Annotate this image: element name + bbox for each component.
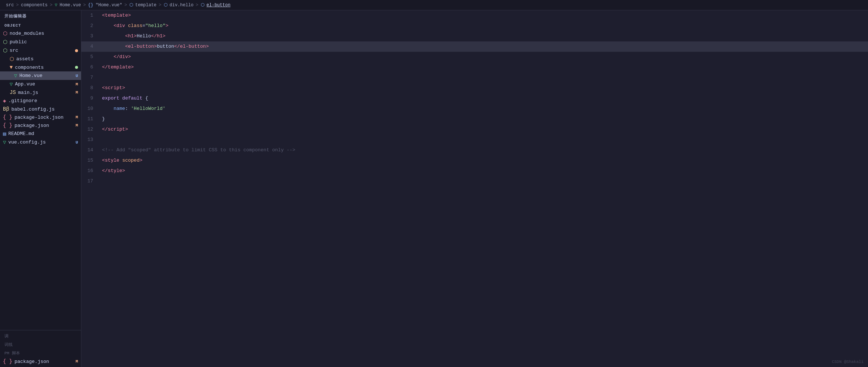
breadcrumb-el-button[interactable]: el-button	[207, 3, 231, 8]
sidebar-item-babelconfig[interactable]: Bβ babel.config.js	[0, 105, 81, 113]
line-num-12: 12	[81, 124, 99, 135]
assets-icon: ⬡	[10, 56, 14, 62]
line-num-13: 13	[81, 135, 99, 145]
sidebar-item-mainjs[interactable]: JS main.js M	[0, 88, 81, 97]
line-content-4: <el-button>button</el-button>	[99, 41, 868, 52]
sidebar-label-bottom-packagejson: package.json	[14, 359, 73, 364]
line-num-11: 11	[81, 114, 99, 124]
code-line-11: 11 }	[81, 114, 868, 124]
line-num-7: 7	[81, 73, 99, 83]
line-num-5: 5	[81, 52, 99, 62]
code-line-17: 17	[81, 176, 868, 186]
editor-area: 1 <template> 2 <div class="hello"> 3 <h1…	[81, 10, 868, 367]
main-layout: 开始编辑器 OBJECT ⬡ node_modules ⬡ public ⬡ s…	[0, 10, 868, 367]
git-icon: ◈	[3, 98, 6, 104]
line-content-9: export default {	[99, 93, 868, 104]
code-line-4: 4 <el-button>button</el-button>	[81, 41, 868, 52]
sidebar-item-assets[interactable]: ⬡ assets	[0, 55, 81, 63]
mainjs-badge: M	[75, 90, 78, 95]
sidebar-item-components[interactable]: ▼ components	[0, 63, 81, 71]
components-icon: ▼	[10, 64, 13, 70]
line-num-1: 1	[81, 10, 99, 21]
breadcrumb-sep4: >	[125, 3, 127, 8]
code-line-7: 7	[81, 73, 868, 83]
line-num-2: 2	[81, 21, 99, 31]
sidebar-section-tune: 调	[0, 332, 81, 340]
md-icon: ▤	[3, 131, 6, 137]
line-content-16: </style>	[99, 166, 868, 176]
sidebar-item-homevue[interactable]: ▽ Home.vue U	[0, 71, 81, 80]
sidebar-item-packagejson[interactable]: { } package.json M	[0, 121, 81, 129]
sidebar-section-title: OBJECT	[0, 20, 81, 29]
breadcrumb-vue-icon: ▽	[55, 2, 57, 8]
json-icon-packagelock: { }	[3, 114, 12, 120]
sidebar-label-packagelockjson: package-lock.json	[14, 115, 73, 120]
sidebar-item-readme[interactable]: ▤ README.md	[0, 129, 81, 138]
public-icon: ⬡	[3, 39, 7, 45]
code-line-3: 3 <h1>Hello</h1>	[81, 31, 868, 41]
breadcrumb-divhello[interactable]: div.hello	[170, 3, 194, 8]
sidebar-item-public[interactable]: ⬡ public	[0, 38, 81, 46]
components-badge	[75, 66, 78, 69]
sidebar-label-babelconfig: babel.config.js	[11, 107, 78, 112]
breadcrumb-obj-icon: {}	[88, 3, 93, 8]
breadcrumb-tag-icon2: ⬡	[164, 2, 167, 8]
line-num-16: 16	[81, 166, 99, 176]
babel-icon: Bβ	[3, 106, 9, 112]
json-icon-bottom: { }	[3, 358, 12, 364]
line-content-15: <style scoped>	[99, 155, 868, 166]
code-line-15: 15 <style scoped>	[81, 155, 868, 166]
sidebar-title: 开始编辑器	[0, 10, 81, 20]
line-num-6: 6	[81, 62, 99, 73]
js-icon-mainjs: JS	[10, 90, 16, 95]
sidebar: 开始编辑器 OBJECT ⬡ node_modules ⬡ public ⬡ s…	[0, 10, 81, 367]
breadcrumb-homevue2[interactable]: "Home.vue"	[95, 3, 122, 8]
src-badge	[75, 49, 78, 52]
sidebar-item-packagelockjson[interactable]: { } package-lock.json M	[0, 113, 81, 121]
sidebar-label-readme: README.md	[8, 131, 78, 137]
breadcrumb-components[interactable]: components	[21, 3, 48, 8]
sidebar-label-vueconfig: vue.config.js	[8, 139, 73, 145]
vueconfig-icon: ▽	[3, 139, 6, 145]
sidebar-item-vueconfig[interactable]: ▽ vue.config.js U	[0, 138, 81, 147]
code-line-8: 8 <script>	[81, 83, 868, 93]
code-line-16: 16 </style>	[81, 166, 868, 176]
json-icon-package: { }	[3, 122, 12, 128]
vue-icon-homevue: ▽	[14, 73, 17, 79]
line-content-8: <script>	[99, 83, 868, 93]
code-editor[interactable]: 1 <template> 2 <div class="hello"> 3 <h1…	[81, 10, 868, 367]
sidebar-section-line: 词线	[0, 340, 81, 349]
breadcrumb-template[interactable]: template	[135, 3, 157, 8]
line-content-1: <template>	[99, 10, 868, 21]
vue-icon-appvue: ▽	[10, 81, 13, 87]
breadcrumb-src[interactable]: src	[6, 3, 14, 8]
line-num-9: 9	[81, 93, 99, 104]
code-line-13: 13	[81, 135, 868, 145]
line-content-2: <div class="hello">	[99, 21, 868, 31]
sidebar-item-src[interactable]: ⬡ src	[0, 46, 81, 55]
sidebar-item-appvue[interactable]: ▽ App.vue M	[0, 80, 81, 88]
sidebar-label-public: public	[10, 39, 78, 45]
breadcrumb-tag-icon3: ⬡	[201, 2, 204, 8]
sidebar-label-mainjs: main.js	[18, 90, 74, 95]
line-num-17: 17	[81, 176, 99, 186]
sidebar-item-node-modules[interactable]: ⬡ node_modules	[0, 29, 81, 38]
line-content-6: </template>	[99, 62, 868, 73]
breadcrumb-sep5: >	[159, 3, 161, 8]
line-content-5: </div>	[99, 52, 868, 62]
sidebar-bottom-section: 调 词线 PM 脚本 { } package.json M	[0, 330, 81, 367]
sidebar-item-bottom-packagejson[interactable]: { } package.json M	[0, 357, 81, 366]
line-num-4: 4	[81, 41, 99, 52]
npm-icon: ⬡	[3, 30, 7, 37]
homevue-badge: U	[75, 74, 78, 78]
line-content-3: <h1>Hello</h1>	[99, 31, 868, 41]
breadcrumb: src > components > ▽ Home.vue > {} "Home…	[0, 0, 868, 10]
breadcrumb-homevue[interactable]: Home.vue	[60, 3, 81, 8]
src-icon: ⬡	[3, 47, 7, 54]
packagelock-badge: M	[75, 115, 78, 119]
sidebar-item-gitignore[interactable]: ◈ .gitignore	[0, 97, 81, 105]
breadcrumb-sep3: >	[83, 3, 86, 8]
line-content-17	[99, 176, 868, 186]
line-num-10: 10	[81, 104, 99, 114]
sidebar-section-npm: PM 脚本	[0, 349, 81, 357]
